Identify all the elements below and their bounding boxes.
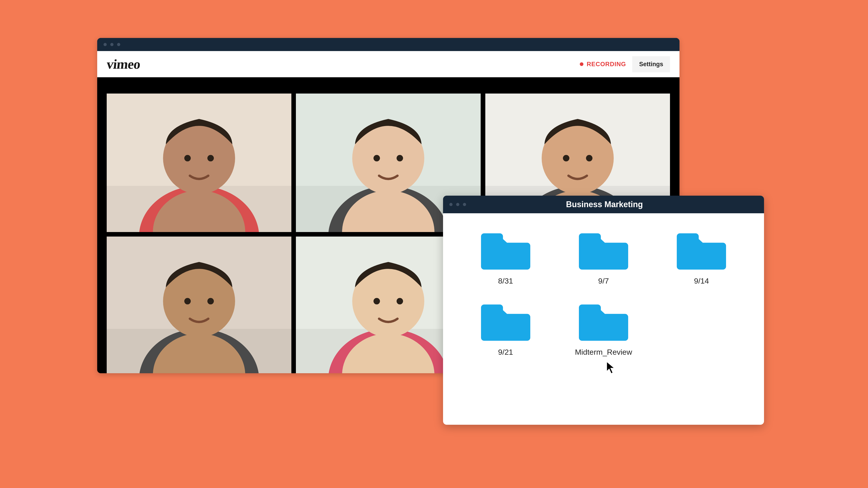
svg-point-26 [184, 298, 191, 304]
folder-item[interactable]: 9/14 [657, 232, 746, 285]
folder-label: 8/31 [498, 276, 513, 285]
participant-tile[interactable] [107, 236, 291, 373]
window-titlebar [97, 38, 680, 51]
window-minimize-dot[interactable] [110, 43, 114, 46]
folder-item[interactable]: 9/7 [559, 232, 648, 285]
folder-icon [677, 232, 726, 271]
folder-item[interactable]: 8/31 [461, 232, 550, 285]
svg-point-19 [563, 155, 569, 162]
participant-tile[interactable] [107, 94, 291, 232]
window-minimize-dot[interactable] [456, 203, 459, 206]
svg-point-27 [207, 298, 214, 304]
folder-window-titlebar: Business Marketing [443, 196, 764, 213]
svg-point-20 [586, 155, 592, 162]
svg-point-12 [374, 155, 380, 162]
participant-video [107, 236, 291, 373]
participant-video [107, 94, 291, 232]
folder-label: Midterm_Review [575, 348, 632, 357]
app-header: vimeo RECORDING Settings [97, 51, 680, 77]
svg-point-13 [397, 155, 403, 162]
recording-label: RECORDING [587, 61, 626, 68]
window-close-dot[interactable] [450, 203, 453, 206]
window-zoom-dot[interactable] [463, 203, 466, 206]
recording-indicator: RECORDING [580, 61, 626, 68]
folder-item[interactable]: Midterm_Review [559, 303, 648, 357]
svg-point-5 [184, 155, 191, 162]
folder-icon [481, 303, 530, 342]
brand-logo: vimeo [106, 57, 141, 72]
settings-button[interactable]: Settings [632, 56, 670, 72]
folder-item[interactable]: 9/21 [461, 303, 550, 357]
svg-point-34 [397, 298, 403, 304]
folder-icon [579, 303, 628, 342]
svg-point-6 [207, 155, 214, 162]
folder-window: Business Marketing 8/31 9/7 9/14 9/21 [443, 196, 764, 425]
folder-label: 9/7 [598, 276, 609, 285]
folder-icon [481, 232, 530, 271]
window-close-dot[interactable] [103, 43, 107, 46]
folder-label: 9/14 [694, 276, 709, 285]
folder-icon [579, 232, 628, 271]
folder-grid: 8/31 9/7 9/14 9/21 Midterm_Review [443, 213, 764, 376]
window-zoom-dot[interactable] [117, 43, 120, 46]
folder-window-title: Business Marketing [474, 200, 764, 209]
folder-label: 9/21 [498, 348, 513, 357]
recording-dot-icon [580, 62, 583, 66]
svg-point-33 [374, 298, 380, 304]
